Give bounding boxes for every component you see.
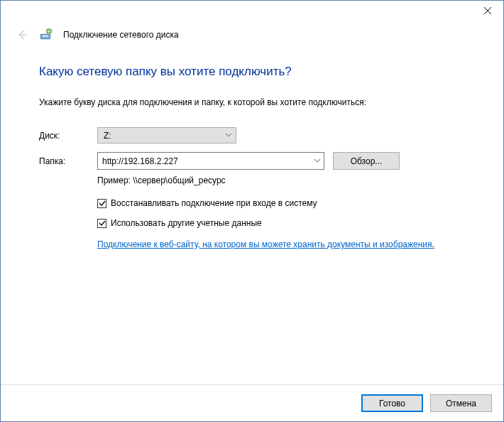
reconnect-label: Восстанавливать подключение при входе в … [111, 198, 317, 208]
cancel-button[interactable]: Отмена [430, 394, 492, 412]
folder-input[interactable] [98, 153, 309, 169]
network-drive-icon [39, 28, 53, 42]
wizard-content: Какую сетевую папку вы хотите подключить… [1, 52, 503, 251]
svg-rect-2 [43, 36, 48, 37]
folder-row: Папка: Обзор... [39, 152, 465, 170]
other-creds-checkbox-row: Использовать другие учетные данные [97, 218, 465, 228]
other-creds-checkbox[interactable] [97, 219, 106, 228]
folder-combobox[interactable] [97, 152, 324, 170]
titlebar [1, 1, 503, 22]
other-creds-label: Использовать другие учетные данные [111, 218, 262, 228]
page-heading: Какую сетевую папку вы хотите подключить… [39, 65, 465, 79]
back-button [15, 28, 29, 42]
back-arrow-icon [16, 29, 28, 40]
reconnect-checkbox[interactable] [97, 199, 106, 208]
close-icon [484, 7, 491, 14]
drive-value: Z: [104, 131, 111, 141]
instruction-text: Укажите букву диска для подключения и па… [39, 97, 465, 107]
drive-select[interactable]: Z: [97, 127, 236, 144]
chevron-down-icon [314, 159, 320, 163]
form-indent-block: Пример: \\сервер\общий_ресурс Восстанавл… [97, 175, 465, 251]
wizard-title: Подключение сетевого диска [63, 30, 179, 40]
reconnect-checkbox-row: Восстанавливать подключение при входе в … [97, 198, 465, 208]
drive-row: Диск: Z: [39, 127, 465, 144]
wizard-header: Подключение сетевого диска [1, 22, 503, 52]
finish-button[interactable]: Готово [361, 394, 423, 412]
close-button[interactable] [471, 1, 503, 21]
chevron-down-icon [226, 134, 231, 137]
drive-label: Диск: [39, 131, 97, 141]
folder-label: Папка: [39, 156, 97, 166]
example-text: Пример: \\сервер\общий_ресурс [97, 175, 465, 185]
wizard-footer: Готово Отмена [1, 384, 503, 421]
checkmark-icon [99, 220, 106, 227]
connect-website-link[interactable]: Подключение к веб-сайту, на котором вы м… [97, 238, 465, 251]
browse-button[interactable]: Обзор... [333, 152, 400, 170]
folder-dropdown-button[interactable] [309, 153, 324, 169]
checkmark-icon [99, 200, 106, 207]
